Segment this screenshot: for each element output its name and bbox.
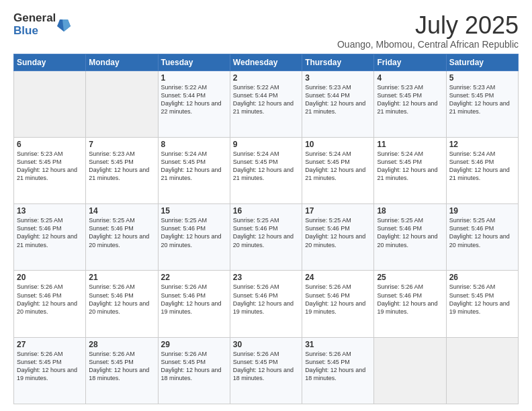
day-number: 30: [233, 340, 299, 349]
calendar-cell: 21Sunrise: 5:26 AM Sunset: 5:46 PM Dayli…: [86, 271, 158, 337]
logo-text: General Blue: [13, 12, 56, 37]
day-info: Sunrise: 5:26 AM Sunset: 5:45 PM Dayligh…: [17, 350, 83, 383]
day-info: Sunrise: 5:25 AM Sunset: 5:46 PM Dayligh…: [89, 216, 154, 249]
calendar-cell: 14Sunrise: 5:25 AM Sunset: 5:46 PM Dayli…: [86, 204, 158, 271]
calendar-cell: 20Sunrise: 5:26 AM Sunset: 5:46 PM Dayli…: [14, 271, 86, 337]
day-number: 20: [17, 273, 83, 282]
calendar-cell: [14, 71, 86, 137]
day-info: Sunrise: 5:25 AM Sunset: 5:46 PM Dayligh…: [449, 216, 515, 249]
calendar-cell: [86, 71, 158, 137]
calendar-cell: 5Sunrise: 5:23 AM Sunset: 5:45 PM Daylig…: [446, 71, 518, 137]
day-number: 18: [377, 206, 443, 216]
day-number: 10: [305, 140, 371, 149]
calendar-body: 1Sunrise: 5:22 AM Sunset: 5:44 PM Daylig…: [14, 71, 519, 404]
calendar-cell: 22Sunrise: 5:26 AM Sunset: 5:46 PM Dayli…: [158, 271, 230, 337]
day-number: 19: [449, 206, 515, 216]
calendar-cell: 2Sunrise: 5:22 AM Sunset: 5:44 PM Daylig…: [230, 71, 302, 137]
calendar-cell: [446, 337, 518, 404]
day-number: 27: [17, 340, 83, 349]
calendar-cell: 15Sunrise: 5:25 AM Sunset: 5:46 PM Dayli…: [158, 204, 230, 271]
day-number: 7: [89, 140, 154, 149]
calendar-cell: 31Sunrise: 5:26 AM Sunset: 5:45 PM Dayli…: [302, 337, 374, 404]
calendar-cell: 1Sunrise: 5:22 AM Sunset: 5:44 PM Daylig…: [158, 71, 230, 137]
day-info: Sunrise: 5:26 AM Sunset: 5:45 PM Dayligh…: [233, 350, 299, 383]
day-number: 6: [17, 140, 83, 149]
day-info: Sunrise: 5:24 AM Sunset: 5:46 PM Dayligh…: [449, 150, 515, 183]
calendar-cell: 18Sunrise: 5:25 AM Sunset: 5:46 PM Dayli…: [374, 204, 446, 271]
day-info: Sunrise: 5:25 AM Sunset: 5:46 PM Dayligh…: [161, 216, 227, 249]
day-number: 13: [17, 206, 83, 216]
weekday-header: Saturday: [446, 54, 518, 71]
logo: General Blue: [13, 12, 71, 37]
calendar-cell: 13Sunrise: 5:25 AM Sunset: 5:46 PM Dayli…: [14, 204, 86, 271]
day-number: 16: [233, 206, 299, 216]
day-number: 17: [305, 206, 371, 216]
day-info: Sunrise: 5:25 AM Sunset: 5:46 PM Dayligh…: [305, 216, 371, 249]
day-info: Sunrise: 5:26 AM Sunset: 5:46 PM Dayligh…: [305, 283, 371, 316]
calendar-cell: 19Sunrise: 5:25 AM Sunset: 5:46 PM Dayli…: [446, 204, 518, 271]
day-number: 9: [233, 140, 299, 149]
day-info: Sunrise: 5:23 AM Sunset: 5:45 PM Dayligh…: [449, 83, 515, 116]
calendar-cell: 12Sunrise: 5:24 AM Sunset: 5:46 PM Dayli…: [446, 137, 518, 203]
day-info: Sunrise: 5:26 AM Sunset: 5:46 PM Dayligh…: [89, 283, 154, 316]
day-info: Sunrise: 5:26 AM Sunset: 5:45 PM Dayligh…: [161, 350, 227, 383]
calendar-week-row: 13Sunrise: 5:25 AM Sunset: 5:46 PM Dayli…: [14, 204, 519, 271]
day-number: 29: [161, 340, 227, 349]
day-info: Sunrise: 5:26 AM Sunset: 5:46 PM Dayligh…: [377, 283, 443, 316]
calendar-cell: [374, 337, 446, 404]
day-number: 11: [377, 140, 443, 149]
calendar-cell: 16Sunrise: 5:25 AM Sunset: 5:46 PM Dayli…: [230, 204, 302, 271]
calendar-cell: 9Sunrise: 5:24 AM Sunset: 5:45 PM Daylig…: [230, 137, 302, 203]
header: General Blue July 2025 Ouango, Mbomou, C…: [13, 12, 519, 50]
day-number: 15: [161, 206, 227, 216]
day-info: Sunrise: 5:24 AM Sunset: 5:45 PM Dayligh…: [161, 150, 227, 183]
calendar-cell: 29Sunrise: 5:26 AM Sunset: 5:45 PM Dayli…: [158, 337, 230, 404]
calendar-cell: 7Sunrise: 5:23 AM Sunset: 5:45 PM Daylig…: [86, 137, 158, 203]
day-number: 25: [377, 273, 443, 282]
calendar-header: SundayMondayTuesdayWednesdayThursdayFrid…: [14, 54, 519, 71]
logo-blue: Blue: [13, 25, 56, 38]
day-number: 24: [305, 273, 371, 282]
calendar-cell: 23Sunrise: 5:26 AM Sunset: 5:46 PM Dayli…: [230, 271, 302, 337]
calendar-cell: 4Sunrise: 5:23 AM Sunset: 5:45 PM Daylig…: [374, 71, 446, 137]
calendar-cell: 6Sunrise: 5:23 AM Sunset: 5:45 PM Daylig…: [14, 137, 86, 203]
weekday-header: Wednesday: [230, 54, 302, 71]
day-number: 22: [161, 273, 227, 282]
day-number: 4: [377, 73, 443, 83]
calendar-table: SundayMondayTuesdayWednesdayThursdayFrid…: [13, 54, 519, 404]
calendar-cell: 17Sunrise: 5:25 AM Sunset: 5:46 PM Dayli…: [302, 204, 374, 271]
weekday-header: Sunday: [14, 54, 86, 71]
day-number: 21: [89, 273, 154, 282]
calendar-cell: 30Sunrise: 5:26 AM Sunset: 5:45 PM Dayli…: [230, 337, 302, 404]
weekday-header: Friday: [374, 54, 446, 71]
calendar-cell: 3Sunrise: 5:23 AM Sunset: 5:44 PM Daylig…: [302, 71, 374, 137]
weekday-header: Tuesday: [158, 54, 230, 71]
calendar-cell: 8Sunrise: 5:24 AM Sunset: 5:45 PM Daylig…: [158, 137, 230, 203]
day-number: 26: [449, 273, 515, 282]
day-number: 3: [305, 73, 371, 83]
main-title: July 2025: [337, 12, 519, 39]
day-info: Sunrise: 5:23 AM Sunset: 5:45 PM Dayligh…: [89, 150, 154, 183]
day-info: Sunrise: 5:22 AM Sunset: 5:44 PM Dayligh…: [233, 83, 299, 116]
day-info: Sunrise: 5:25 AM Sunset: 5:46 PM Dayligh…: [17, 216, 83, 249]
logo-general: General: [13, 12, 56, 25]
day-number: 8: [161, 140, 227, 149]
calendar-week-row: 1Sunrise: 5:22 AM Sunset: 5:44 PM Daylig…: [14, 71, 519, 137]
day-info: Sunrise: 5:26 AM Sunset: 5:46 PM Dayligh…: [17, 283, 83, 316]
day-number: 1: [161, 73, 227, 83]
day-info: Sunrise: 5:25 AM Sunset: 5:46 PM Dayligh…: [233, 216, 299, 249]
page: General Blue July 2025 Ouango, Mbomou, C…: [0, 0, 532, 411]
subtitle: Ouango, Mbomou, Central African Republic: [337, 39, 519, 50]
title-block: July 2025 Ouango, Mbomou, Central Africa…: [337, 12, 519, 50]
day-info: Sunrise: 5:26 AM Sunset: 5:46 PM Dayligh…: [161, 283, 227, 316]
day-info: Sunrise: 5:26 AM Sunset: 5:45 PM Dayligh…: [89, 350, 154, 383]
day-info: Sunrise: 5:26 AM Sunset: 5:45 PM Dayligh…: [305, 350, 371, 383]
day-number: 5: [449, 73, 515, 83]
weekday-header: Monday: [86, 54, 158, 71]
weekday-header: Thursday: [302, 54, 374, 71]
day-number: 12: [449, 140, 515, 149]
calendar-cell: 11Sunrise: 5:24 AM Sunset: 5:45 PM Dayli…: [374, 137, 446, 203]
calendar-week-row: 6Sunrise: 5:23 AM Sunset: 5:45 PM Daylig…: [14, 137, 519, 203]
calendar-cell: 26Sunrise: 5:26 AM Sunset: 5:45 PM Dayli…: [446, 271, 518, 337]
calendar-week-row: 20Sunrise: 5:26 AM Sunset: 5:46 PM Dayli…: [14, 271, 519, 337]
